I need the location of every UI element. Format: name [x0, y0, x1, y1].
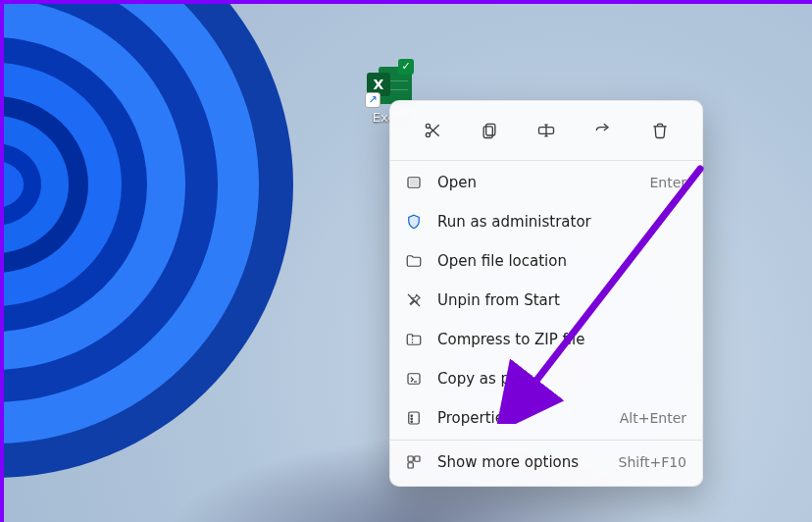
svg-point-17 — [411, 418, 413, 420]
menu-item-run-as-admin[interactable]: Run as administrator — [390, 202, 702, 241]
svg-point-0 — [426, 132, 430, 136]
svg-rect-15 — [409, 412, 420, 424]
svg-rect-20 — [415, 456, 420, 461]
copy-path-icon — [404, 369, 424, 389]
menu-item-label: Compress to ZIP file — [437, 331, 673, 348]
menu-item-label: Properties — [437, 409, 606, 427]
context-menu-separator — [390, 160, 702, 161]
open-icon — [404, 173, 424, 192]
svg-rect-5 — [483, 126, 492, 137]
menu-item-accel: Alt+Enter — [620, 410, 686, 426]
menu-item-properties[interactable]: Properties Alt+Enter — [390, 398, 702, 438]
menu-item-label: Show more options — [437, 453, 605, 471]
shield-icon — [404, 212, 424, 232]
svg-rect-13 — [408, 374, 420, 385]
menu-item-open-location[interactable]: Open file location — [390, 241, 702, 281]
menu-item-unpin-start[interactable]: Unpin from Start — [390, 281, 702, 320]
rename-icon — [536, 121, 556, 143]
svg-rect-21 — [408, 463, 413, 468]
menu-item-compress-zip[interactable]: Compress to ZIP file — [390, 320, 702, 359]
cut-button[interactable] — [413, 115, 452, 148]
svg-point-1 — [426, 124, 430, 128]
share-icon — [593, 121, 613, 143]
svg-rect-4 — [486, 124, 495, 135]
menu-item-accel: Shift+F10 — [619, 454, 686, 470]
menu-item-copy-as-path[interactable]: Copy as path — [390, 359, 702, 398]
zip-icon — [404, 330, 424, 349]
properties-icon — [404, 408, 424, 428]
context-menu: Open Enter Run as administrator Open fil… — [389, 100, 703, 487]
rename-button[interactable] — [527, 115, 566, 148]
share-button[interactable] — [584, 115, 623, 148]
svg-point-18 — [411, 421, 413, 423]
svg-rect-11 — [410, 180, 418, 185]
sync-check-badge: ✓ — [398, 59, 414, 75]
delete-button[interactable] — [640, 115, 680, 148]
unpin-icon — [404, 290, 424, 310]
folder-icon — [404, 251, 424, 271]
copy-button[interactable] — [470, 115, 509, 148]
trash-icon — [650, 121, 670, 143]
more-options-icon — [404, 452, 424, 472]
shortcut-arrow-badge: ↗ — [365, 92, 381, 108]
svg-rect-19 — [408, 456, 413, 461]
menu-item-label: Open file location — [437, 252, 673, 270]
menu-item-accel: Enter — [649, 175, 686, 190]
svg-point-16 — [411, 415, 413, 417]
scissors-icon — [423, 121, 442, 143]
menu-item-open[interactable]: Open Enter — [390, 163, 702, 202]
menu-item-label: Copy as path — [437, 370, 673, 388]
context-menu-separator — [390, 440, 702, 441]
copy-icon — [480, 121, 499, 143]
menu-item-label: Unpin from Start — [437, 291, 673, 309]
context-menu-action-row — [390, 107, 702, 158]
menu-item-label: Open — [437, 174, 635, 191]
menu-item-label: Run as administrator — [437, 213, 673, 231]
menu-item-show-more[interactable]: Show more options Shift+F10 — [390, 443, 702, 482]
